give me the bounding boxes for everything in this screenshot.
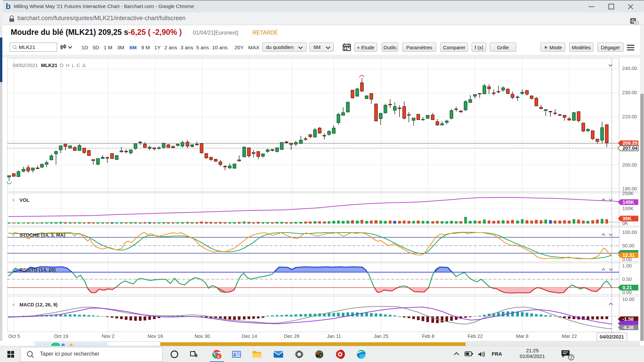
svg-text:35K: 35K bbox=[623, 216, 632, 221]
svg-text:Nov 30: Nov 30 bbox=[195, 334, 210, 339]
svg-text:145K: 145K bbox=[623, 199, 634, 205]
svg-text:Mar 8: Mar 8 bbox=[516, 334, 528, 339]
svg-text:200.00: 200.00 bbox=[622, 162, 637, 168]
svg-text:Jan 11: Jan 11 bbox=[327, 334, 341, 339]
svg-text:-6.26: -6.26 bbox=[623, 325, 634, 330]
svg-text:Jan 25: Jan 25 bbox=[374, 334, 388, 339]
svg-text:VOL: VOL bbox=[19, 197, 30, 203]
svg-text:Feb 22: Feb 22 bbox=[468, 334, 483, 339]
svg-text:E: E bbox=[217, 355, 220, 359]
svg-text:7: 7 bbox=[570, 355, 572, 360]
svg-text:50.00: 50.00 bbox=[622, 243, 634, 248]
svg-text:×: × bbox=[12, 232, 15, 238]
svg-text:Oct 5: Oct 5 bbox=[8, 334, 20, 339]
svg-text:Feb 8: Feb 8 bbox=[422, 334, 434, 339]
svg-text:Nov 16: Nov 16 bbox=[148, 334, 163, 339]
svg-text:O H L C Δ: O H L C Δ bbox=[60, 63, 86, 68]
svg-text:240.00: 240.00 bbox=[622, 66, 637, 71]
svg-text:209.25: 209.25 bbox=[623, 140, 637, 146]
svg-text:0.21: 0.21 bbox=[623, 285, 632, 290]
svg-text:1.00: 1.00 bbox=[622, 263, 632, 268]
svg-text:STOCHE (14, 3, MA): STOCHE (14, 3, MA) bbox=[19, 232, 65, 238]
svg-text:×: × bbox=[12, 302, 15, 307]
svg-text:Mar 22: Mar 22 bbox=[562, 334, 577, 339]
svg-text:207.04: 207.04 bbox=[623, 145, 637, 151]
svg-text:Nov 2: Nov 2 bbox=[102, 334, 115, 339]
svg-text:220.00: 220.00 bbox=[622, 114, 637, 119]
svg-text:12.31: 12.31 bbox=[623, 252, 635, 258]
svg-text:MACD (12, 26, 9): MACD (12, 26, 9) bbox=[19, 302, 58, 307]
svg-text:230.00: 230.00 bbox=[622, 90, 637, 95]
svg-text:100K: 100K bbox=[622, 206, 634, 211]
svg-text:100.00: 100.00 bbox=[622, 230, 637, 235]
svg-text:文: 文 bbox=[635, 22, 638, 25]
svg-text:×: × bbox=[12, 267, 15, 273]
svg-text:Dec 28: Dec 28 bbox=[284, 334, 300, 339]
svg-text:Oct 19: Oct 19 bbox=[54, 334, 68, 339]
svg-text:200K: 200K bbox=[622, 191, 634, 196]
svg-text:RSISTO (14, 20): RSISTO (14, 20) bbox=[19, 267, 56, 273]
svg-text:Dec 14: Dec 14 bbox=[242, 334, 257, 339]
svg-text:×: × bbox=[12, 197, 15, 203]
svg-text:0.50: 0.50 bbox=[622, 277, 632, 282]
svg-text:10.00: 10.00 bbox=[622, 297, 634, 302]
svg-text:04/02/2021: 04/02/2021 bbox=[600, 334, 624, 340]
svg-text:MLK21: MLK21 bbox=[41, 62, 57, 68]
svg-text:04/02/2021: 04/02/2021 bbox=[13, 62, 38, 68]
